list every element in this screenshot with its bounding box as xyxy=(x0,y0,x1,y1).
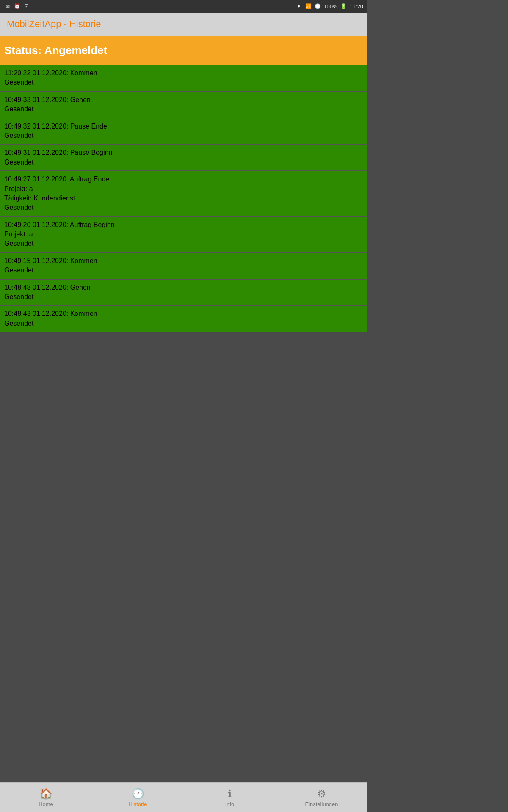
history-item-line: Gesendet xyxy=(4,78,363,87)
history-item-line: 10:49:20 01.12.2020: Auftrag Beginn xyxy=(4,220,363,230)
status-text: Status: Angemeldet xyxy=(4,44,107,57)
history-item-line: Tätigkeit: Kundendienst xyxy=(4,194,363,203)
history-item-3[interactable]: 10:49:31 01.12.2020: Pause BeginnGesende… xyxy=(0,145,367,171)
history-item-1[interactable]: 10:49:33 01.12.2020: GehenGesendet xyxy=(0,92,367,118)
nav-item-info[interactable]: ℹInfo xyxy=(184,783,276,812)
bluetooth-icon: ✦ xyxy=(295,3,302,10)
history-item-line: 10:48:43 01.12.2020: Kommen xyxy=(4,309,363,318)
history-item-5[interactable]: 10:49:20 01.12.2020: Auftrag BeginnProje… xyxy=(0,217,367,253)
history-item-line: Gesendet xyxy=(4,266,363,275)
history-item-line: Gesendet xyxy=(4,158,363,167)
nav-item-historie[interactable]: 🕐Historie xyxy=(92,783,184,812)
info-icon: ℹ xyxy=(228,788,232,800)
status-header: Status: Angemeldet xyxy=(0,36,367,65)
history-item-0[interactable]: 11:20:22 01.12.2020: KommenGesendet xyxy=(0,65,367,92)
history-item-line: Gesendet xyxy=(4,104,363,114)
status-bar-right: ✦ 📶 🕐 100% 🔋 11:20 xyxy=(295,3,363,10)
history-item-line: 10:49:31 01.12.2020: Pause Beginn xyxy=(4,148,363,157)
history-item-2[interactable]: 10:49:32 01.12.2020: Pause EndeGesendet xyxy=(0,118,367,145)
history-item-line: Gesendet xyxy=(4,292,363,302)
history-item-line: 10:49:32 01.12.2020: Pause Ende xyxy=(4,122,363,131)
info-label: Info xyxy=(225,801,235,807)
historie-label: Historie xyxy=(128,801,147,807)
history-item-line: Projekt: a xyxy=(4,230,363,239)
history-item-line: 11:20:22 01.12.2020: Kommen xyxy=(4,69,363,78)
history-item-line: Gesendet xyxy=(4,319,363,328)
history-item-8[interactable]: 10:48:43 01.12.2020: KommenGesendet xyxy=(0,306,367,332)
nav-item-home[interactable]: 🏠Home xyxy=(0,783,92,812)
checkbox-icon: ☑ xyxy=(23,3,30,10)
battery-text: 100% xyxy=(323,3,337,10)
history-item-4[interactable]: 10:49:27 01.12.2020: Auftrag EndeProjekt… xyxy=(0,171,367,217)
alarm-icon: ⏰ xyxy=(14,3,20,10)
history-item-line: 10:49:27 01.12.2020: Auftrag Ende xyxy=(4,175,363,184)
einstellungen-label: Einstellungen xyxy=(305,801,338,807)
app-toolbar: MobilZeitApp - Historie xyxy=(0,13,367,36)
history-item-7[interactable]: 10:48:48 01.12.2020: GehenGesendet xyxy=(0,280,367,306)
battery-icon: 🔋 xyxy=(340,3,347,10)
history-item-line: Projekt: a xyxy=(4,184,363,194)
status-bar-left: ✉ ⏰ ☑ xyxy=(4,3,30,10)
einstellungen-icon: ⚙ xyxy=(317,788,326,800)
home-label: Home xyxy=(39,801,53,807)
nav-item-einstellungen[interactable]: ⚙Einstellungen xyxy=(276,783,367,812)
history-item-line: 10:48:48 01.12.2020: Gehen xyxy=(4,283,363,292)
message-icon: ✉ xyxy=(4,3,11,10)
time-text: 11:20 xyxy=(349,3,363,10)
clock-icon: 🕐 xyxy=(314,3,321,10)
history-item-line: Gesendet xyxy=(4,203,363,212)
history-item-line: 10:49:15 01.12.2020: Kommen xyxy=(4,256,363,266)
wifi-icon: 📶 xyxy=(305,3,312,10)
history-item-line: 10:49:33 01.12.2020: Gehen xyxy=(4,95,363,104)
empty-area xyxy=(0,557,367,782)
history-item-6[interactable]: 10:49:15 01.12.2020: KommenGesendet xyxy=(0,253,367,280)
status-bar: ✉ ⏰ ☑ ✦ 📶 🕐 100% 🔋 11:20 xyxy=(0,0,367,13)
historie-icon: 🕐 xyxy=(132,788,144,800)
home-icon: 🏠 xyxy=(40,788,52,800)
app-title: MobilZeitApp - Historie xyxy=(7,19,101,29)
bottom-nav: 🏠Home🕐HistorieℹInfo⚙Einstellungen xyxy=(0,782,367,812)
history-item-line: Gesendet xyxy=(4,239,363,248)
history-list: 11:20:22 01.12.2020: KommenGesendet10:49… xyxy=(0,65,367,557)
history-item-line: Gesendet xyxy=(4,131,363,140)
